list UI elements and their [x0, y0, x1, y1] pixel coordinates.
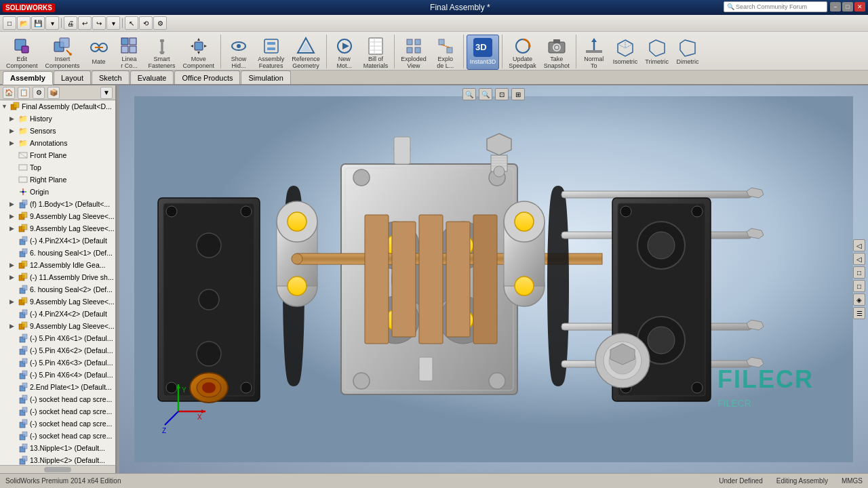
isometric-button[interactable]: Isometric [610, 35, 642, 70]
tree-sensors[interactable]: ▶ 📁 Sensors [0, 125, 115, 137]
svg-rect-42 [447, 47, 452, 53]
viewport[interactable]: Y X Z FILECR FILECR 🔍 🔍 ⊡ ⊞ ◁ ◁ □ [119, 85, 868, 473]
tree-origin[interactable]: Origin [0, 186, 115, 198]
tree-front-plane[interactable]: Front Plane [0, 149, 115, 161]
tree-pin5-4[interactable]: (-) 5.Pin 4X6<4> (Defaul... [0, 369, 115, 381]
tree-pin4x4-1[interactable]: (-) 4.Pin2X4<1> (Default [0, 235, 115, 247]
tab-evaluate[interactable]: Evaluate [130, 70, 174, 84]
print-button[interactable]: 🖨 [64, 16, 77, 30]
smart-fasteners-button[interactable]: SmartFasteners [145, 35, 179, 70]
options-button[interactable]: ⚙ [153, 16, 167, 30]
tree-nipple13-1[interactable]: 13.Nipple<1> (Default... [0, 442, 115, 454]
instant3d-button[interactable]: 3D Instant3D [467, 35, 500, 70]
tree-housing6-1[interactable]: 6. housing Seal<1> (Def... [0, 247, 115, 259]
explode-line-button[interactable]: Explode L... [431, 35, 460, 70]
tab-office-products[interactable]: Office Products [174, 70, 240, 84]
tree-asm9-4[interactable]: ▶ 9.Assembly Lag Sleeve<... [0, 320, 115, 332]
save-dropdown[interactable]: ▾ [45, 16, 59, 30]
move-component-button[interactable]: MoveComponent [180, 35, 218, 70]
panel-btn-2[interactable]: ◁ [853, 253, 865, 265]
take-snapshot-button[interactable]: TakeSnapshot [540, 35, 573, 70]
zoom-fit-btn[interactable]: ⊡ [495, 88, 509, 100]
assembly-features-button[interactable]: AssemblyFeatures [254, 35, 288, 70]
tree-housing6-2[interactable]: 6. housing Seal<2> (Def... [0, 283, 115, 296]
tree-right-plane[interactable]: Right Plane [0, 174, 115, 186]
panel-btn-6[interactable]: ☰ [853, 307, 865, 319]
search-input[interactable] [736, 3, 824, 10]
show-hide-button[interactable]: ShowHid... [224, 35, 254, 70]
zoom-in-btn[interactable]: 🔍 [462, 88, 476, 100]
open-button[interactable]: 📂 [17, 16, 31, 30]
redo-button[interactable]: ↪ [92, 16, 106, 30]
select-button[interactable]: ↖ [125, 16, 138, 30]
tree-idle12[interactable]: ▶ 12.Assembly Idle Gea... [0, 259, 115, 271]
tree-collapse-btn[interactable]: ▼ [100, 87, 113, 99]
svg-marker-31 [342, 43, 349, 49]
svg-point-138 [353, 373, 370, 389]
zoom-out-btn[interactable]: 🔍 [479, 88, 492, 100]
tree-socket3[interactable]: (-) socket head cap scre... [0, 418, 115, 430]
tree-endplate2[interactable]: 2.End Plate<1> (Default... [0, 381, 115, 393]
search-bar[interactable]: 🔍 [724, 1, 827, 12]
tree-socket1[interactable]: (-) socket head cap scre... [0, 393, 115, 405]
minimize-button[interactable]: − [830, 2, 841, 12]
tree-pin5-1[interactable]: (-) 5.Pin 4X6<1> (Defaul... [0, 332, 115, 344]
tree-body1[interactable]: ▶ (f) 1.Body<1> (Default<... [0, 198, 115, 210]
undo-dropdown[interactable]: ▾ [106, 16, 120, 30]
new-motion-icon [334, 37, 355, 56]
tree-nipple13-2[interactable]: 13.Nipple<2> (Default... [0, 454, 115, 465]
new-motion-button[interactable]: NewMot... [330, 35, 359, 70]
zoom-select-btn[interactable]: ⊞ [511, 88, 525, 100]
tree-property-btn[interactable]: ⚙ [33, 87, 45, 99]
tree-socket4[interactable]: (-) socket head cap scre... [0, 430, 115, 442]
trimetric-button[interactable]: Trimetric [642, 35, 672, 70]
bill-of-materials-button[interactable]: Bill ofMaterials [360, 35, 392, 70]
tree-content[interactable]: ▼ Final Assembly (Default<D... ▶ 📁 Histo… [0, 100, 115, 465]
update-speedpak-button[interactable]: UpdateSpeedpak [505, 35, 540, 70]
housing6-1-icon [18, 247, 28, 258]
tree-pin5-3[interactable]: (-) 5.Pin 4X6<3> (Defaul... [0, 357, 115, 369]
panel-btn-3[interactable]: □ [853, 266, 865, 279]
svg-rect-156 [473, 215, 497, 344]
undo-button[interactable]: ↩ [78, 16, 92, 30]
tree-socket2[interactable]: (-) socket head cap scre... [0, 405, 115, 418]
maximize-button[interactable]: □ [842, 2, 853, 12]
status-label: Under Defined [719, 477, 762, 485]
tree-top-plane[interactable]: Top [0, 161, 115, 174]
tree-horizontal-scroll[interactable] [0, 465, 115, 473]
tree-asm9-2[interactable]: ▶ 9.Assembly Lag Sleeve<... [0, 222, 115, 235]
tree-drive11[interactable]: ▶ (-) 11.Assembly Drive sh... [0, 271, 115, 283]
tab-layout[interactable]: Layout [54, 70, 91, 84]
new-button[interactable]: □ [3, 16, 16, 30]
tree-pin5-2[interactable]: (-) 5.Pin 4X6<2> (Defaul... [0, 344, 115, 357]
tree-root[interactable]: ▼ Final Assembly (Default<D... [0, 100, 115, 113]
tab-simulation[interactable]: Simulation [241, 70, 290, 84]
take-snapshot-icon [546, 37, 568, 56]
mate-button[interactable]: Mate [84, 35, 114, 70]
tree-asm9-3[interactable]: ▶ 9.Assembly Lag Sleeve<... [0, 296, 115, 308]
edit-component-button[interactable]: EditComponent [3, 35, 41, 70]
tree-config-btn[interactable]: 📦 [47, 87, 60, 99]
rebuild-button[interactable]: ⟲ [139, 16, 153, 30]
panel-btn-1[interactable]: ◁ [853, 239, 865, 251]
tab-sketch[interactable]: Sketch [92, 70, 130, 84]
tree-asm9-1[interactable]: ▶ 9.Assembly Lag Sleeve<... [0, 210, 115, 222]
linear-component-button[interactable]: Linear Co... [115, 35, 144, 70]
tree-history[interactable]: ▶ 📁 History [0, 113, 115, 125]
normal-to-button[interactable]: NormalTo [579, 35, 609, 70]
tree-feature-btn[interactable]: 📋 [18, 87, 30, 99]
close-button[interactable]: ✕ [854, 2, 865, 12]
dimetric-button[interactable]: Dimetric [673, 35, 703, 70]
panel-btn-5[interactable]: ◈ [853, 293, 865, 306]
tree-pin4x4-2[interactable]: (-) 4.Pin2X4<2> (Default [0, 308, 115, 320]
panel-btn-4[interactable]: □ [853, 280, 865, 292]
reference-geometry-button[interactable]: ReferenceGeometry [288, 35, 323, 70]
tree-home-btn[interactable]: 🏠 [3, 87, 15, 99]
tab-assembly[interactable]: Assembly [3, 71, 53, 85]
save-button[interactable]: 💾 [31, 16, 45, 30]
tree-socket4-label: (-) socket head cap scre... [30, 432, 112, 440]
svg-marker-19 [197, 38, 200, 41]
exploded-view-button[interactable]: ExplodedView [397, 35, 430, 70]
tree-annotations[interactable]: ▶ 📁 Annotations [0, 137, 115, 149]
insert-components-button[interactable]: InsertComponents [42, 35, 83, 70]
